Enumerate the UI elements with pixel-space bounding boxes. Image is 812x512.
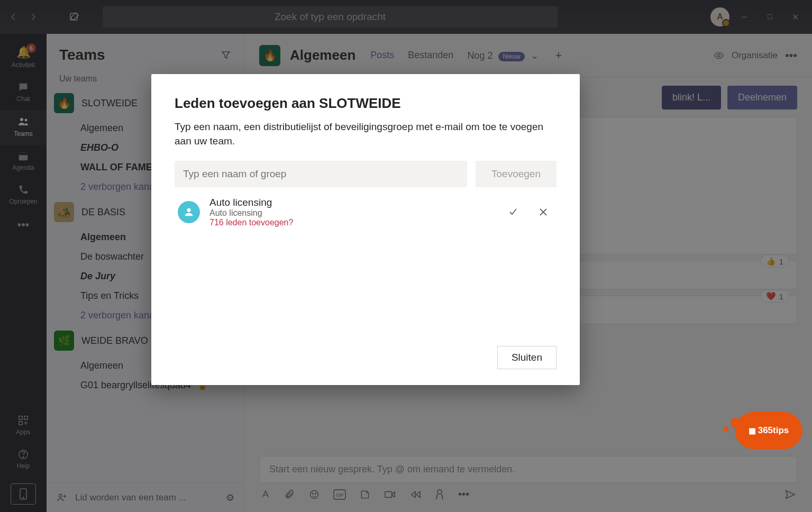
brand-badge: ◼365tips bbox=[735, 412, 802, 450]
add-members-dialog: Leden toevoegen aan SLOTWEIDE Typ een na… bbox=[151, 74, 580, 385]
dialog-title: Leden toevoegen aan SLOTWEIDE bbox=[175, 95, 556, 112]
suggestion-subtitle: Auto licensing bbox=[209, 208, 493, 218]
suggestion-warning: 716 leden toevoegen? bbox=[209, 218, 493, 227]
member-name-input[interactable] bbox=[175, 161, 467, 187]
accept-suggestion-button[interactable] bbox=[503, 207, 524, 217]
add-button[interactable]: Toevoegen bbox=[476, 161, 556, 187]
close-dialog-button[interactable]: Sluiten bbox=[497, 346, 556, 369]
suggestion-row[interactable]: Auto licensing Auto licensing 716 leden … bbox=[175, 187, 556, 237]
dismiss-suggestion-button[interactable] bbox=[533, 207, 553, 217]
brand-text: 365tips bbox=[758, 425, 789, 436]
svg-point-21 bbox=[187, 208, 190, 212]
suggestion-title: Auto licensing bbox=[209, 197, 493, 208]
dialog-description: Typ een naam, een distributielijst of be… bbox=[175, 120, 556, 148]
group-icon bbox=[178, 201, 200, 223]
